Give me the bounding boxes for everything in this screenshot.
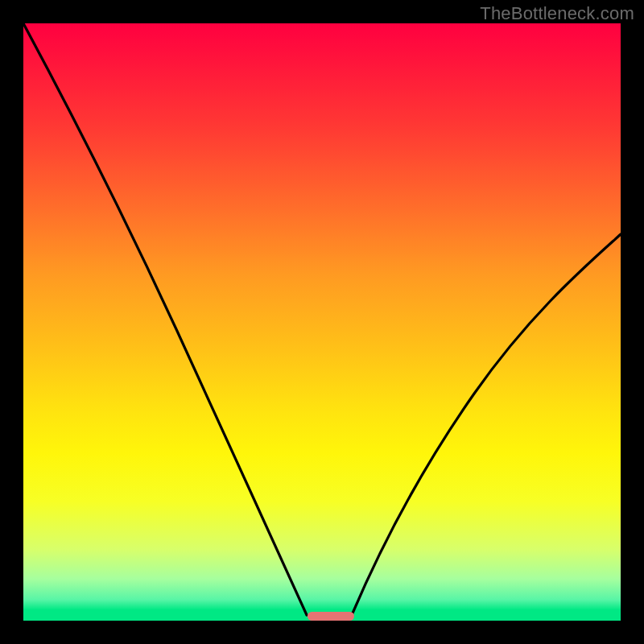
left-curve [23,23,307,615]
optimal-marker [308,612,354,621]
right-curve [352,234,621,615]
curve-layer [23,23,621,621]
chart-frame: TheBottleneck.com [0,0,644,644]
plot-area [23,23,621,621]
watermark-text: TheBottleneck.com [480,3,634,24]
